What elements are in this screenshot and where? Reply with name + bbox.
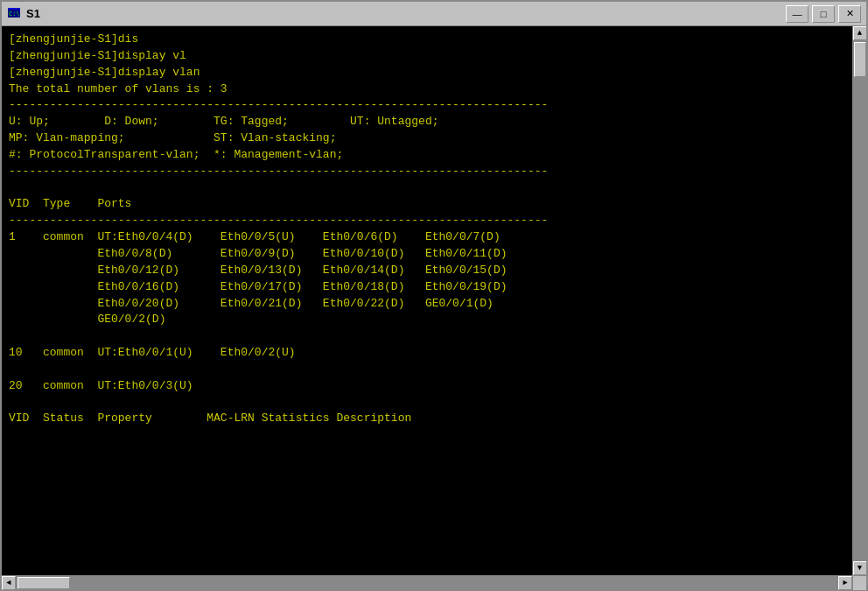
horizontal-scrollbar[interactable]: ◄ ► bbox=[2, 576, 852, 590]
svg-rect-1 bbox=[8, 8, 20, 10]
bottom-bar: ◄ ► bbox=[2, 575, 866, 589]
maximize-button[interactable]: □ bbox=[812, 5, 835, 23]
svg-text:C:\: C:\ bbox=[9, 11, 20, 18]
terminal-icon: C:\ bbox=[7, 7, 21, 21]
vertical-scrollbar[interactable]: ▲ ▼ bbox=[852, 26, 866, 575]
main-window: C:\ S1 — □ ✕ [zhengjunjie-S1]dis [zhengj… bbox=[0, 0, 868, 591]
terminal-output[interactable]: [zhengjunjie-S1]dis [zhengjunjie-S1]disp… bbox=[2, 26, 852, 575]
scroll-track-vertical[interactable] bbox=[853, 40, 866, 561]
scroll-thumb-horizontal[interactable] bbox=[18, 577, 70, 589]
scroll-track-horizontal[interactable] bbox=[16, 576, 838, 590]
terminal-area: [zhengjunjie-S1]dis [zhengjunjie-S1]disp… bbox=[2, 26, 866, 575]
window-controls: — □ ✕ bbox=[786, 5, 861, 23]
title-bar-left: C:\ S1 bbox=[7, 7, 40, 21]
scroll-down-button[interactable]: ▼ bbox=[853, 561, 867, 575]
scrollbar-corner bbox=[852, 576, 866, 590]
scroll-left-button[interactable]: ◄ bbox=[2, 576, 16, 590]
window-title: S1 bbox=[26, 7, 40, 20]
title-bar: C:\ S1 — □ ✕ bbox=[2, 2, 866, 26]
close-button[interactable]: ✕ bbox=[838, 5, 861, 23]
scroll-up-button[interactable]: ▲ bbox=[853, 26, 867, 40]
minimize-button[interactable]: — bbox=[786, 5, 808, 23]
scroll-right-button[interactable]: ► bbox=[838, 576, 852, 590]
scroll-thumb-vertical[interactable] bbox=[854, 42, 866, 77]
